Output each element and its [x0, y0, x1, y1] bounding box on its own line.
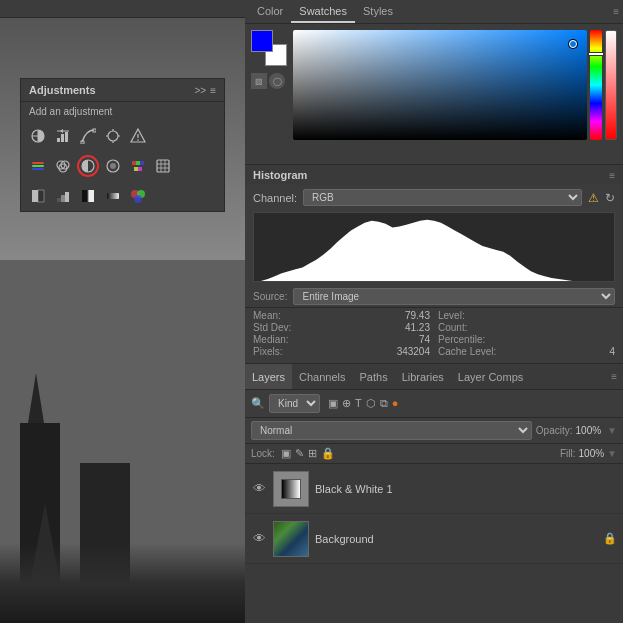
- levels-btn[interactable]: [52, 125, 74, 147]
- source-select[interactable]: Entire Image Selected Layer: [293, 288, 615, 305]
- fg-bg-swatches[interactable]: [251, 30, 287, 66]
- layers-tabs: Layers Channels Paths Libraries Layer Co…: [245, 364, 623, 390]
- adj-filter-icon[interactable]: ⊕: [342, 397, 351, 410]
- color-lookup-btn[interactable]: [152, 155, 174, 177]
- invert-btn[interactable]: [27, 185, 49, 207]
- adj-icons-row-2: [21, 151, 224, 181]
- tab-styles[interactable]: Styles: [355, 0, 401, 23]
- posterize-btn[interactable]: [52, 185, 74, 207]
- layers-list: 👁 Black & White 1 👁 Background 🔒: [245, 464, 623, 623]
- tab-layers[interactable]: Layers: [245, 364, 292, 389]
- color-sv-cursor: [569, 40, 577, 48]
- selective-color-btn[interactable]: [127, 185, 149, 207]
- svg-rect-28: [134, 167, 138, 171]
- layer-thumbnail: [273, 521, 309, 557]
- stddev-value: 41.23: [405, 322, 430, 333]
- svg-point-8: [108, 131, 118, 141]
- color-panel-menu-icon[interactable]: ≡: [613, 6, 619, 17]
- layer-eye-icon[interactable]: 👁: [251, 531, 267, 546]
- source-label: Source:: [253, 291, 287, 302]
- pixel-filter-icon[interactable]: ▣: [328, 397, 338, 410]
- photo-filter-btn[interactable]: [102, 155, 124, 177]
- svg-rect-29: [138, 167, 142, 171]
- shape-filter-icon[interactable]: ⬡: [366, 397, 376, 410]
- lock-all-icon[interactable]: 🔒: [321, 447, 335, 460]
- svg-rect-36: [38, 190, 44, 202]
- fill-label: Fill:: [560, 448, 576, 459]
- text-filter-icon[interactable]: T: [355, 397, 362, 410]
- exposure-btn[interactable]: [102, 125, 124, 147]
- layers-menu-icon[interactable]: ≡: [611, 371, 623, 382]
- blend-mode-select[interactable]: Normal Multiply Screen: [251, 421, 532, 440]
- mask-icon-2[interactable]: ◯: [269, 73, 285, 89]
- adjustments-header: Adjustments >> ≡: [21, 79, 224, 102]
- cache-row: Cache Level: 4: [438, 346, 615, 357]
- tab-paths[interactable]: Paths: [353, 364, 395, 389]
- histogram-warning-icon: ⚠: [588, 191, 599, 205]
- adjustments-subtitle: Add an adjustment: [21, 102, 224, 121]
- svg-rect-41: [88, 190, 94, 202]
- layers-section: Layers Channels Paths Libraries Layer Co…: [245, 363, 623, 623]
- histogram-refresh-icon[interactable]: ↻: [605, 191, 615, 205]
- lock-position-icon[interactable]: ✎: [295, 447, 304, 460]
- svg-point-46: [134, 195, 142, 203]
- fill-arrow[interactable]: ▼: [607, 448, 617, 459]
- smart-filter-icon[interactable]: ⧉: [380, 397, 388, 410]
- svg-rect-39: [65, 192, 69, 202]
- curves-btn[interactable]: [77, 125, 99, 147]
- layer-eye-icon[interactable]: 👁: [251, 481, 267, 496]
- layer-item[interactable]: 👁 Black & White 1: [245, 464, 623, 514]
- tab-layer-comps[interactable]: Layer Comps: [451, 364, 530, 389]
- layer-lock-icon: 🔒: [603, 532, 617, 545]
- histogram-section: Histogram ≡ Channel: RGB Red Green Blue …: [245, 164, 623, 363]
- median-label: Median:: [253, 334, 289, 345]
- foreground-swatch[interactable]: [251, 30, 273, 52]
- layer-item[interactable]: 👁 Background 🔒: [245, 514, 623, 564]
- vibrance-btn[interactable]: [127, 125, 149, 147]
- median-row: Median: 74: [253, 334, 430, 345]
- kind-select[interactable]: Kind: [269, 394, 320, 413]
- tab-swatches[interactable]: Swatches: [291, 0, 355, 23]
- brightness-contrast-btn[interactable]: [27, 125, 49, 147]
- cache-value: 4: [609, 346, 615, 357]
- lock-pixels-icon[interactable]: ▣: [281, 447, 291, 460]
- threshold-btn[interactable]: [77, 185, 99, 207]
- layer-filter-icons: ▣ ⊕ T ⬡ ⧉ ●: [328, 397, 398, 410]
- tab-color[interactable]: Color: [249, 0, 291, 23]
- svg-rect-2: [61, 134, 64, 142]
- tab-libraries[interactable]: Libraries: [395, 364, 451, 389]
- gradient-map-btn[interactable]: [102, 185, 124, 207]
- color-saturation-value-picker[interactable]: [293, 30, 587, 140]
- tab-channels[interactable]: Channels: [292, 364, 352, 389]
- opacity-strip[interactable]: [605, 30, 617, 140]
- channel-mixer-btn[interactable]: [127, 155, 149, 177]
- svg-rect-25: [132, 161, 136, 165]
- menu-icon[interactable]: ≡: [210, 85, 216, 96]
- expand-icon[interactable]: >>: [194, 85, 206, 96]
- pixels-row: Pixels: 343204: [253, 346, 430, 357]
- source-row: Source: Entire Image Selected Layer: [245, 286, 623, 308]
- fill-row: Fill: 100% ▼: [560, 448, 617, 459]
- color-balance-btn[interactable]: [52, 155, 74, 177]
- hue-strip[interactable]: [590, 30, 602, 140]
- effect-filter-icon[interactable]: ●: [392, 397, 399, 410]
- mask-icons: ▨ ◯: [251, 73, 287, 89]
- mask-icon-1[interactable]: ▨: [251, 73, 267, 89]
- opacity-value: 100%: [576, 425, 602, 436]
- lock-artboard-icon[interactable]: ⊞: [308, 447, 317, 460]
- svg-rect-7: [93, 129, 96, 132]
- level-row: Level:: [438, 310, 615, 321]
- mean-label: Mean:: [253, 310, 281, 321]
- pixels-value: 343204: [397, 346, 430, 357]
- opacity-arrow[interactable]: ▼: [607, 425, 617, 436]
- histogram-menu-icon[interactable]: ≡: [609, 170, 615, 181]
- channel-select[interactable]: RGB Red Green Blue: [303, 189, 582, 206]
- lock-label: Lock:: [251, 448, 275, 459]
- svg-rect-40: [82, 190, 88, 202]
- hue-cursor: [588, 52, 604, 56]
- cache-label: Cache Level:: [438, 346, 496, 357]
- histogram-title: Histogram: [253, 169, 307, 181]
- svg-rect-43: [107, 193, 119, 199]
- bw-btn[interactable]: [77, 155, 99, 177]
- hue-sat-btn[interactable]: [27, 155, 49, 177]
